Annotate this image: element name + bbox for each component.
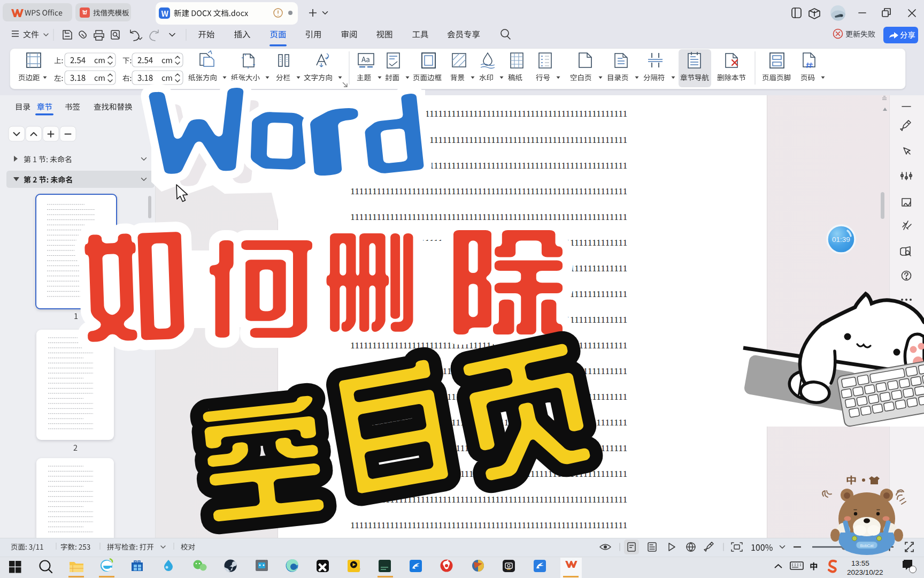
svg-text:01:39: 01:39 [832, 235, 850, 244]
svg-text:13:55: 13:55 [851, 559, 869, 567]
svg-text:2023/10/22: 2023/10/22 [847, 568, 883, 576]
svg-text:BobCat: BobCat [860, 543, 874, 548]
